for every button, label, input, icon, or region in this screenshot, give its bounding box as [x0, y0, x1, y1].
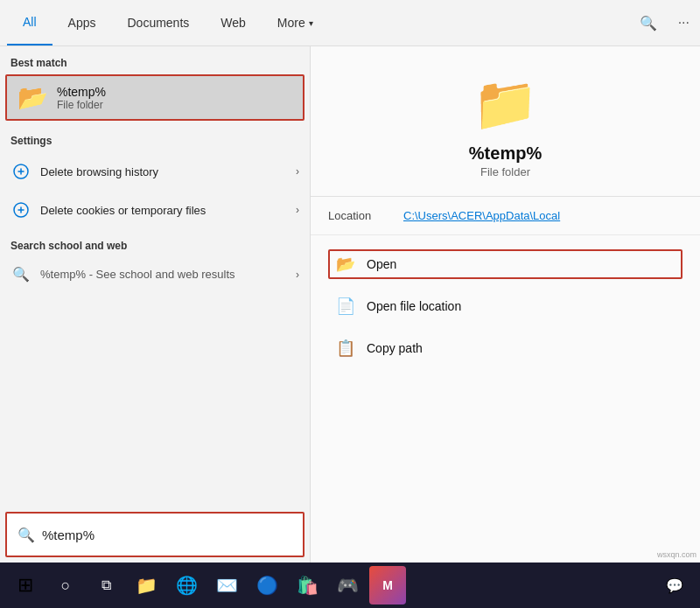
- settings-item-delete-cookies[interactable]: Delete cookies or temporary files ›: [0, 191, 310, 229]
- search-bar-icon: 🔍: [18, 527, 35, 543]
- location-value[interactable]: C:\Users\ACER\AppData\Local: [403, 209, 560, 222]
- top-nav: All Apps Documents Web More ▾ 🔍 ···: [0, 0, 700, 46]
- search-taskbar-button[interactable]: ○: [47, 566, 84, 605]
- nav-icon-group: 🔍 ···: [636, 11, 693, 35]
- chevron-right-icon-3: ›: [296, 269, 299, 281]
- best-match-text: %temp% File folder: [57, 85, 106, 111]
- detail-folder-type: File folder: [480, 165, 530, 178]
- task-view-button[interactable]: ⧉: [88, 566, 124, 605]
- copy-icon: 📋: [335, 339, 356, 358]
- user-icon[interactable]: 🔍: [636, 11, 661, 35]
- edge-button[interactable]: 🌐: [168, 566, 205, 605]
- location-label: Location: [328, 209, 389, 222]
- best-match-label: Best match: [0, 46, 310, 74]
- chevron-down-icon: ▾: [309, 18, 313, 28]
- left-panel: Best match 📂 %temp% File folder Settings…: [0, 46, 311, 563]
- taskbar: ⊞ ○ ⧉ 📁 🌐 ✉️ 🔵 🛍️ 🎮 M 💬: [0, 563, 700, 608]
- mail-button[interactable]: ✉️: [208, 566, 245, 605]
- open-location-icon: 📄: [335, 297, 356, 316]
- game-bar-button[interactable]: 🎮: [329, 566, 366, 605]
- search-web-icon: 🔍: [10, 266, 32, 283]
- chevron-right-icon-2: ›: [296, 204, 299, 216]
- action-open-file-location[interactable]: 📄 Open file location: [328, 291, 682, 321]
- action-open-file-location-label: Open file location: [367, 299, 461, 313]
- tab-documents[interactable]: Documents: [111, 0, 205, 45]
- tab-all[interactable]: All: [7, 0, 52, 45]
- tab-apps[interactable]: Apps: [52, 0, 112, 45]
- search-input[interactable]: [42, 528, 292, 542]
- notification-icon[interactable]: 💬: [656, 566, 693, 605]
- detail-folder-name: %temp%: [469, 143, 542, 164]
- best-match-item[interactable]: 📂 %temp% File folder: [5, 74, 304, 121]
- tab-web[interactable]: Web: [205, 0, 262, 45]
- settings-label: Settings: [0, 124, 310, 152]
- settings-item-1-text: Delete browsing history: [40, 165, 158, 178]
- settings-icon-1: [10, 161, 32, 182]
- watermark: wsxqn.com: [657, 550, 696, 559]
- tab-more[interactable]: More ▾: [262, 0, 329, 45]
- action-copy-path-label: Copy path: [367, 341, 423, 355]
- best-match-subtype: File folder: [57, 99, 106, 111]
- folder-icon: 📂: [18, 83, 48, 112]
- main-content: Best match 📂 %temp% File folder Settings…: [0, 46, 700, 563]
- file-explorer-button[interactable]: 📁: [128, 566, 164, 605]
- more-options-icon[interactable]: ···: [675, 11, 693, 34]
- search-web-label: Search school and web: [0, 229, 310, 257]
- search-web-item[interactable]: 🔍 %temp% - See school and web results ›: [0, 257, 310, 291]
- detail-folder-icon: 📁: [472, 73, 538, 135]
- settings-item-delete-browsing[interactable]: Delete browsing history ›: [0, 152, 310, 191]
- settings-item-2-text: Delete cookies or temporary files: [40, 204, 206, 217]
- open-icon: 📂: [335, 255, 356, 274]
- action-open[interactable]: 📂 Open: [328, 249, 682, 279]
- chevron-right-icon: ›: [296, 165, 299, 178]
- right-panel: 📁 %temp% File folder Location C:\Users\A…: [311, 46, 700, 563]
- chrome-button[interactable]: 🔵: [248, 566, 285, 605]
- detail-actions: 📂 Open 📄 Open file location 📋 Copy path: [311, 235, 700, 377]
- nav-tabs: All Apps Documents Web More ▾: [7, 0, 329, 45]
- best-match-name: %temp%: [57, 85, 106, 99]
- detail-header: 📁 %temp% File folder: [311, 46, 700, 197]
- store-button[interactable]: 🛍️: [289, 566, 326, 605]
- action-copy-path[interactable]: 📋 Copy path: [328, 333, 682, 363]
- detail-location: Location C:\Users\ACER\AppData\Local: [311, 197, 700, 235]
- settings-icon-2: [10, 199, 32, 220]
- search-web-text: %temp% - See school and web results: [40, 268, 235, 281]
- action-open-label: Open: [367, 257, 396, 271]
- minecraft-button[interactable]: M: [369, 566, 406, 605]
- start-button[interactable]: ⊞: [7, 566, 44, 605]
- search-bar[interactable]: 🔍: [5, 512, 304, 557]
